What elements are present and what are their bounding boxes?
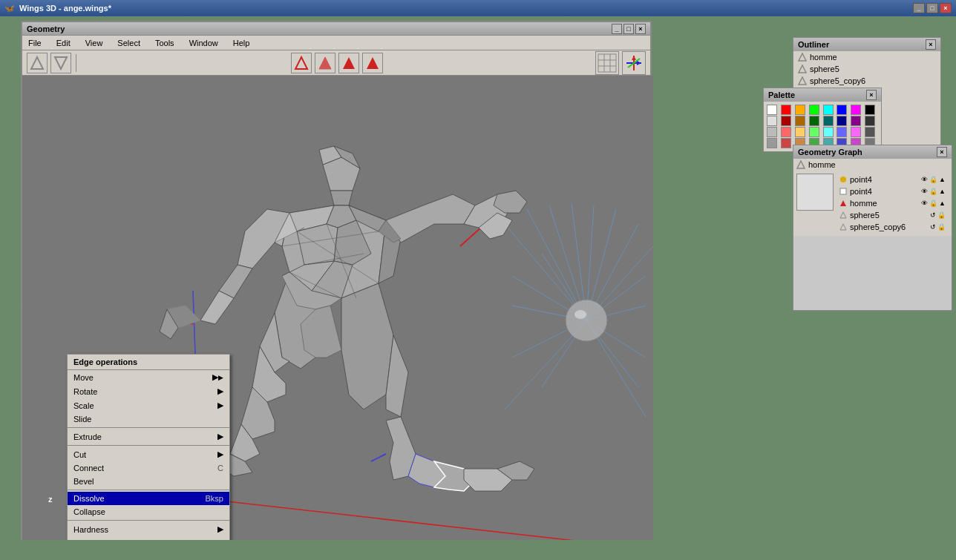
palette-swatch-20[interactable] xyxy=(823,127,834,137)
palette-swatch-25[interactable] xyxy=(781,138,791,148)
gg-item-sphere5[interactable]: sphere5 ↺ 🔒 xyxy=(836,209,949,221)
ctx-dissolve[interactable]: Dissolve Bksp xyxy=(68,492,229,505)
palette-swatch-8[interactable] xyxy=(767,116,777,126)
gg-refresh4-icon[interactable]: ↺ xyxy=(930,211,936,219)
gg-item-homme[interactable]: homme 👁 🔒 ▲ xyxy=(836,197,949,209)
palette-swatch-21[interactable] xyxy=(836,127,847,137)
ctx-move[interactable]: Move ▶ xyxy=(68,370,229,384)
palette-swatch-19[interactable] xyxy=(809,127,819,137)
menu-select[interactable]: Select xyxy=(114,37,143,49)
palette-swatch-22[interactable] xyxy=(851,127,861,137)
ctx-collapse[interactable]: Collapse xyxy=(68,505,229,518)
toolbar-tri-red-outline[interactable] xyxy=(291,53,312,73)
ctx-cut[interactable]: Cut ▶ xyxy=(68,447,229,461)
minimize-button[interactable]: _ xyxy=(913,3,925,13)
gg-parent-row[interactable]: homme xyxy=(793,159,952,171)
geo-close[interactable]: × xyxy=(635,24,646,34)
gg-item-sphere5copy6[interactable]: sphere5_copy6 ↺ 🔒 xyxy=(836,221,949,233)
outliner-close[interactable]: × xyxy=(926,39,936,50)
ctx-loopcut[interactable]: Loop Cut xyxy=(68,536,229,540)
palette-swatch-12[interactable] xyxy=(823,116,834,126)
ctx-rotate[interactable]: Rotate ▶ xyxy=(68,384,229,398)
maximize-button[interactable]: □ xyxy=(926,3,938,13)
geo-viewport[interactable]: Edges 113, 730 selected. Angle 140.98704… xyxy=(22,76,653,540)
palette-swatch-5[interactable] xyxy=(836,105,847,115)
svg-marker-99 xyxy=(797,161,805,168)
box-gg-point4b xyxy=(839,188,847,195)
gg-lock3-icon[interactable]: 🔒 xyxy=(929,200,937,207)
toolbar-grid-view[interactable] xyxy=(595,51,619,75)
ctx-hardness[interactable]: Hardness ▶ xyxy=(68,522,229,536)
palette-swatch-15[interactable] xyxy=(865,116,875,126)
context-menu: Edge operations Move ▶ Rotate ▶ Scale ▶ … xyxy=(67,354,230,540)
palette-swatch-1[interactable] xyxy=(781,105,791,115)
gg-up-icon[interactable]: ▲ xyxy=(939,176,946,183)
geo-maximize[interactable]: □ xyxy=(623,24,634,34)
ctx-bevel[interactable]: Bevel xyxy=(68,475,229,488)
menu-view[interactable]: View xyxy=(82,37,106,49)
palette-swatch-2[interactable] xyxy=(795,105,805,115)
palette-swatch-18[interactable] xyxy=(795,127,805,137)
palette-swatch-23[interactable] xyxy=(865,127,875,137)
outliner-item-sphere5[interactable]: sphere5 xyxy=(793,63,940,75)
toolbar-tri-red-half[interactable] xyxy=(315,53,335,73)
outliner-item-sphere5copy6[interactable]: sphere5_copy6 xyxy=(793,75,940,87)
palette-swatch-0[interactable] xyxy=(767,105,777,115)
ctx-scale-label: Scale xyxy=(73,401,94,410)
menu-tools[interactable]: Tools xyxy=(152,37,177,49)
geometry-titlebar: Geometry _ □ × xyxy=(22,22,650,36)
palette-swatch-3[interactable] xyxy=(809,105,819,115)
menu-file[interactable]: File xyxy=(25,37,45,49)
toolbar-tri-red-solid2[interactable] xyxy=(362,53,383,73)
ctx-extrude[interactable]: Extrude ▶ xyxy=(68,429,229,444)
gg-eye-icon[interactable]: 👁 xyxy=(921,176,928,183)
svg-marker-93 xyxy=(799,53,806,61)
ctx-extrude-arrow: ▶ xyxy=(217,432,223,441)
palette-swatch-10[interactable] xyxy=(795,116,805,126)
gg-refresh5-icon[interactable]: ↺ xyxy=(930,223,936,231)
gg-up2-icon[interactable]: ▲ xyxy=(939,188,946,195)
dot-gg-point4a xyxy=(839,176,847,183)
close-button[interactable]: × xyxy=(940,3,952,13)
ctx-slide[interactable]: Slide xyxy=(68,412,229,426)
toolbar-axes-view[interactable] xyxy=(622,51,646,75)
palette-swatch-14[interactable] xyxy=(851,116,861,126)
gg-lock2-icon[interactable]: 🔒 xyxy=(929,188,937,195)
title-bar: 🦋 Wings 3D - ange.wings* _ □ × xyxy=(0,0,956,16)
gg-item-point4b[interactable]: point4 👁 🔒 ▲ xyxy=(836,185,949,197)
geo-graph-close[interactable]: × xyxy=(937,147,947,157)
palette-swatch-4[interactable] xyxy=(823,105,834,115)
outliner-item-homme[interactable]: homme xyxy=(793,51,940,63)
palette-swatch-17[interactable] xyxy=(781,127,791,137)
gg-lock4-icon[interactable]: 🔒 xyxy=(937,211,946,219)
geo-menubar: File Edit View Select Tools Window Help xyxy=(22,36,650,50)
palette-swatch-24[interactable] xyxy=(767,138,777,148)
gg-lock-icon[interactable]: 🔒 xyxy=(929,176,937,183)
menu-help[interactable]: Help xyxy=(230,37,253,49)
menu-window[interactable]: Window xyxy=(186,37,221,49)
ctx-scale[interactable]: Scale ▶ xyxy=(68,398,229,412)
geo-minimize[interactable]: _ xyxy=(612,24,622,34)
gg-up3-icon[interactable]: ▲ xyxy=(939,200,946,207)
toolbar-tri-up-outline[interactable] xyxy=(27,53,48,73)
toolbar-tri-red-solid[interactable] xyxy=(338,53,359,73)
palette-swatch-11[interactable] xyxy=(809,116,819,126)
palette-swatch-6[interactable] xyxy=(851,105,861,115)
tri-icon-sphere5 xyxy=(798,65,807,73)
gg-lock5-icon[interactable]: 🔒 xyxy=(937,223,946,231)
ctx-bevel-label: Bevel xyxy=(73,477,94,486)
outliner-title-text: Outliner xyxy=(798,40,829,49)
toolbar-tri-back[interactable] xyxy=(50,53,71,73)
gg-item-point4a[interactable]: point4 👁 🔒 ▲ xyxy=(836,174,949,185)
titlebar-controls: _ □ × xyxy=(913,3,952,13)
palette-swatch-7[interactable] xyxy=(865,105,875,115)
palette-swatch-9[interactable] xyxy=(781,116,791,126)
gg-eye3-icon[interactable]: 👁 xyxy=(921,200,928,207)
ctx-connect[interactable]: Connect C xyxy=(68,461,229,475)
svg-marker-51 xyxy=(330,191,353,205)
menu-edit[interactable]: Edit xyxy=(53,37,73,49)
palette-close[interactable]: × xyxy=(866,90,877,100)
palette-swatch-16[interactable] xyxy=(767,127,777,137)
gg-eye2-icon[interactable]: 👁 xyxy=(921,188,928,195)
palette-swatch-13[interactable] xyxy=(836,116,847,126)
